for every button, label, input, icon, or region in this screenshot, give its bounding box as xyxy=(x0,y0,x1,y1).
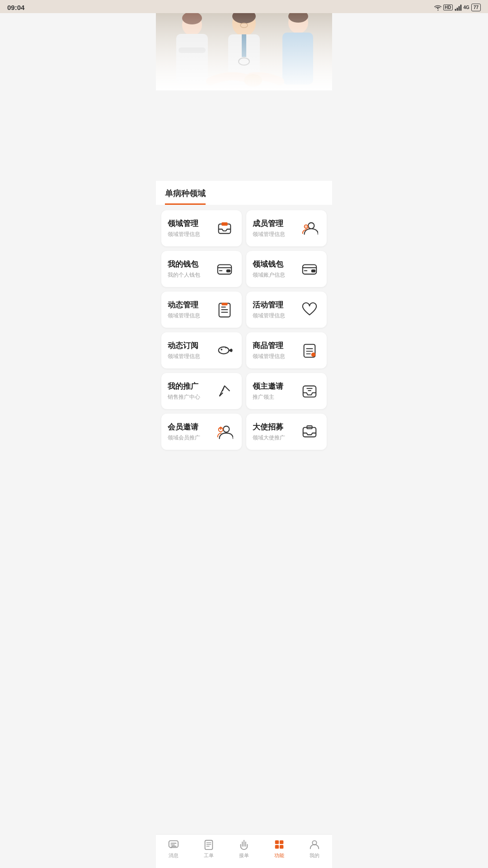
card-title-dynamic-subscribe: 动态订阅 xyxy=(168,340,214,351)
card-subtitle-lord-invite: 推广领主 xyxy=(253,393,299,401)
card-title-domain-wallet: 领域钱包 xyxy=(253,259,299,269)
card-title-my-promote: 我的推广 xyxy=(168,381,214,392)
card-dynamic-subscribe[interactable]: 动态订阅 领域管理信息 xyxy=(161,332,242,368)
card-product-manage[interactable]: 商品管理 领域管理信息 xyxy=(246,332,327,368)
card-my-promote[interactable]: 我的推广 销售推广中心 xyxy=(161,373,242,409)
card-title-member-invite: 会员邀请 xyxy=(168,422,214,432)
card-subtitle-activity-manage: 领域管理信息 xyxy=(253,312,299,320)
card-title-lord-invite: 领主邀请 xyxy=(253,381,299,392)
card-member-manage[interactable]: 成员管理 领域管理信息 xyxy=(246,210,327,246)
card-title-product-manage: 商品管理 xyxy=(253,340,299,351)
svg-point-46 xyxy=(223,426,229,432)
card-icon-member-manage xyxy=(299,217,320,239)
svg-point-23 xyxy=(308,223,314,229)
card-domain-manage[interactable]: 领域管理 领域管理信息 xyxy=(161,210,242,246)
card-title-domain-manage: 领域管理 xyxy=(168,218,214,229)
svg-point-24 xyxy=(305,225,310,230)
card-subtitle-domain-manage: 领域管理信息 xyxy=(168,231,214,238)
card-subtitle-dynamic-manage: 领域管理信息 xyxy=(168,312,214,320)
svg-rect-20 xyxy=(156,0,332,90)
svg-rect-27 xyxy=(226,269,231,273)
card-subtitle-dynamic-subscribe: 领域管理信息 xyxy=(168,353,214,360)
card-subtitle-my-promote: 销售推广中心 xyxy=(168,393,214,401)
card-subtitle-ambassador-recruit: 领域大使推广 xyxy=(253,434,299,442)
card-icon-lord-invite xyxy=(299,380,320,402)
hero-banner xyxy=(156,0,332,90)
card-icon-member-invite xyxy=(214,421,235,443)
card-activity-manage[interactable]: 活动管理 领域管理信息 xyxy=(246,292,327,328)
card-title-my-wallet: 我的钱包 xyxy=(168,259,214,269)
card-my-wallet[interactable]: 我的钱包 我的个人钱包 xyxy=(161,251,242,287)
card-subtitle-domain-wallet: 领域账户信息 xyxy=(253,271,299,279)
svg-rect-26 xyxy=(218,265,231,274)
card-subtitle-member-invite: 领域会员推广 xyxy=(168,434,214,442)
card-domain-wallet[interactable]: 领域钱包 领域账户信息 xyxy=(246,251,327,287)
card-icon-dynamic-manage xyxy=(214,299,235,321)
card-subtitle-member-manage: 领域管理信息 xyxy=(253,231,299,238)
svg-point-41 xyxy=(311,353,316,357)
card-lord-invite[interactable]: 领主邀请 推广领主 xyxy=(246,373,327,409)
section-header: 单病种领域 xyxy=(156,181,332,205)
card-title-ambassador-recruit: 大使招募 xyxy=(253,422,299,432)
card-icon-domain-manage xyxy=(214,217,235,239)
section-title: 单病种领域 xyxy=(165,188,206,205)
card-ambassador-recruit[interactable]: 大使招募 领域大使推广 xyxy=(246,414,327,450)
svg-rect-22 xyxy=(221,222,227,226)
svg-rect-29 xyxy=(311,269,316,273)
card-icon-ambassador-recruit xyxy=(299,421,320,443)
card-icon-my-wallet xyxy=(214,258,235,280)
card-title-member-manage: 成员管理 xyxy=(253,218,299,229)
card-title-dynamic-manage: 动态管理 xyxy=(168,300,214,310)
hero-illustration xyxy=(156,0,332,90)
status-bar: 09:04 HD 4G 77 xyxy=(156,0,332,13)
svg-rect-28 xyxy=(303,265,316,274)
grid-container: 领域管理 领域管理信息 成员管理 领域管理信息 我的钱包 我的个人钱包 xyxy=(156,205,332,455)
card-icon-dynamic-subscribe xyxy=(214,340,235,361)
card-icon-my-promote xyxy=(214,380,235,402)
card-member-invite[interactable]: 会员邀请 领域会员推广 xyxy=(161,414,242,450)
main-content: 单病种领域 领域管理 领域管理信息 成员管理 领域管理信息 我的钱包 我的个 xyxy=(156,181,332,455)
card-subtitle-my-wallet: 我的个人钱包 xyxy=(168,271,214,279)
svg-point-36 xyxy=(221,349,222,350)
card-dynamic-manage[interactable]: 动态管理 领域管理信息 xyxy=(161,292,242,328)
card-icon-product-manage xyxy=(299,340,320,361)
card-subtitle-product-manage: 领域管理信息 xyxy=(253,353,299,360)
svg-rect-31 xyxy=(221,303,227,306)
card-icon-activity-manage xyxy=(299,299,320,321)
card-title-activity-manage: 活动管理 xyxy=(253,300,299,310)
card-icon-domain-wallet xyxy=(299,258,320,280)
